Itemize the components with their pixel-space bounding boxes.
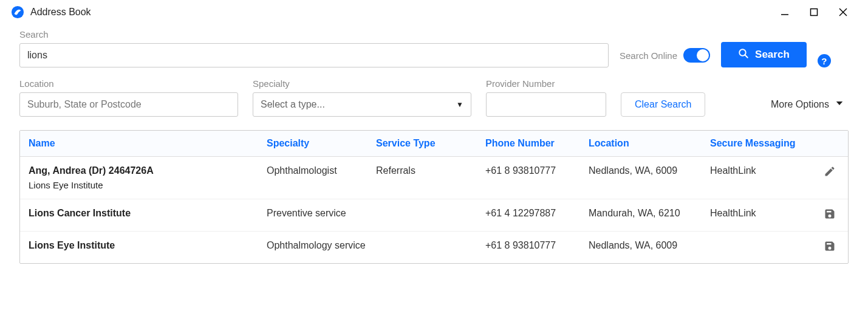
table-row[interactable]: Lions Cancer Institute Preventive servic… xyxy=(20,199,848,232)
row-name: Lions Cancer Institute xyxy=(29,208,262,219)
edit-icon[interactable] xyxy=(824,165,836,177)
col-header-secure-messaging[interactable]: Secure Messaging xyxy=(708,138,799,149)
window-controls xyxy=(779,7,864,18)
specialty-label: Specialty xyxy=(253,78,471,89)
more-options-button[interactable]: More Options xyxy=(771,92,849,117)
save-icon[interactable] xyxy=(824,240,836,252)
search-row: Search Search Online Search ? xyxy=(19,29,849,67)
row-location: Mandurah, WA, 6210 xyxy=(586,208,708,219)
provider-label: Provider Number xyxy=(486,78,606,89)
location-input[interactable] xyxy=(19,92,238,117)
content-area: Search Search Online Search ? Location xyxy=(0,24,868,264)
search-input[interactable] xyxy=(19,43,609,67)
row-location: Nedlands, WA, 6009 xyxy=(586,165,708,176)
col-header-name[interactable]: Name xyxy=(26,138,264,149)
maximize-button[interactable] xyxy=(808,7,819,18)
search-icon xyxy=(738,48,749,62)
search-field: Search xyxy=(19,29,609,67)
row-phone: +61 4 12297887 xyxy=(483,208,586,219)
results-table: Name Specialty Service Type Phone Number… xyxy=(19,130,849,264)
svg-rect-2 xyxy=(811,9,818,16)
search-online-label: Search Online xyxy=(620,50,677,61)
help-icon[interactable]: ? xyxy=(818,54,831,67)
search-online-toggle[interactable] xyxy=(683,48,710,63)
table-header: Name Specialty Service Type Phone Number… xyxy=(20,131,848,157)
row-service-type: Referrals xyxy=(374,165,483,176)
row-phone: +61 8 93810777 xyxy=(483,240,586,251)
row-name: Lions Eye Institute xyxy=(29,240,262,251)
row-phone: +61 8 93810777 xyxy=(483,165,586,176)
search-online-group: Search Online xyxy=(620,43,710,67)
row-secure-messaging: HealthLink xyxy=(708,208,799,219)
search-button[interactable]: Search xyxy=(721,42,807,67)
col-header-location[interactable]: Location xyxy=(586,138,708,149)
col-header-specialty[interactable]: Specialty xyxy=(264,138,374,149)
clear-search-button[interactable]: Clear Search xyxy=(621,92,705,117)
row-subname: Lions Eye Institute xyxy=(29,180,262,190)
window-title: Address Book xyxy=(30,7,91,18)
location-label: Location xyxy=(19,78,238,89)
row-specialty: Ophthalmologist xyxy=(264,165,374,176)
titlebar-left: Address Book xyxy=(11,5,91,19)
table-row[interactable]: Lions Eye Institute Ophthalmology servic… xyxy=(20,232,848,263)
titlebar: Address Book xyxy=(0,0,868,24)
provider-field: Provider Number xyxy=(486,78,606,117)
row-location: Nedlands, WA, 6009 xyxy=(586,240,708,251)
save-icon[interactable] xyxy=(824,208,836,220)
app-icon xyxy=(11,5,24,19)
row-secure-messaging: HealthLink xyxy=(708,165,799,176)
location-field: Location xyxy=(19,78,238,117)
specialty-field: Specialty Select a type... ▼ xyxy=(253,78,471,117)
row-name: Ang, Andrea (Dr) 2464726A xyxy=(29,165,262,176)
dropdown-caret-icon: ▼ xyxy=(456,100,463,109)
specialty-select[interactable]: Select a type... ▼ xyxy=(253,92,471,117)
row-specialty: Ophthalmology service xyxy=(264,240,374,251)
col-header-service-type[interactable]: Service Type xyxy=(374,138,483,149)
svg-line-6 xyxy=(745,55,748,58)
provider-input[interactable] xyxy=(486,92,606,117)
specialty-placeholder: Select a type... xyxy=(261,99,325,110)
col-header-phone[interactable]: Phone Number xyxy=(483,138,586,149)
search-label: Search xyxy=(19,29,609,40)
close-button[interactable] xyxy=(838,7,849,18)
search-button-label: Search xyxy=(755,49,790,61)
more-options-label: More Options xyxy=(771,99,829,110)
address-book-window: Address Book Search Search Online xyxy=(0,0,868,313)
table-row[interactable]: Ang, Andrea (Dr) 2464726A Lions Eye Inst… xyxy=(20,157,848,199)
filter-row: Location Specialty Select a type... ▼ Pr… xyxy=(19,78,849,117)
row-specialty: Preventive service xyxy=(264,208,374,219)
chevron-down-icon xyxy=(834,98,845,111)
minimize-button[interactable] xyxy=(779,7,790,18)
